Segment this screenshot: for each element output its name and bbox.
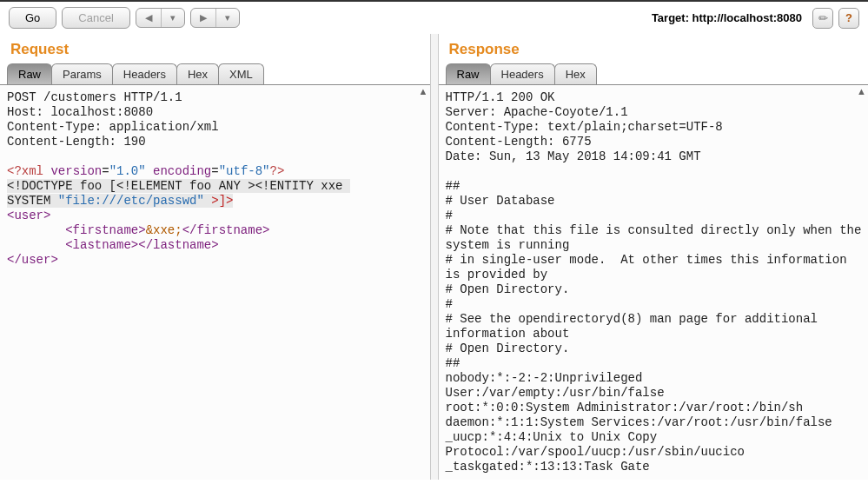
request-panel: Request Raw Params Headers Hex XML ▲ POS… [0,34,430,480]
request-body[interactable]: ▲ POST /customers HTTP/1.1 Host: localho… [0,85,430,480]
back-button[interactable]: ◀ [136,9,161,27]
cancel-button[interactable]: Cancel [62,7,129,29]
target-label: Target: http://localhost:8080 [652,11,807,24]
request-tabs: Raw Params Headers Hex XML [0,63,430,85]
help-button[interactable]: ? [838,8,859,29]
history-back-group: ◀ ▾ [136,8,185,28]
tab-headers[interactable]: Headers [490,63,555,84]
chevron-down-icon: ▾ [170,12,176,23]
toolbar: Go Cancel ◀ ▾ ▶ ▾ Target: http://localho… [0,2,868,34]
response-tabs: Raw Headers Hex [439,63,869,85]
question-icon: ? [845,11,852,24]
scroll-up-icon[interactable]: ▲ [419,87,428,96]
forward-button[interactable]: ▶ [191,9,215,27]
history-fwd-group: ▶ ▾ [190,8,240,28]
chevron-left-icon: ◀ [145,12,152,23]
split-view: Request Raw Params Headers Hex XML ▲ POS… [0,34,868,480]
tab-raw[interactable]: Raw [7,63,52,84]
tab-raw[interactable]: Raw [446,63,491,84]
forward-menu[interactable]: ▾ [215,9,239,27]
tab-hex[interactable]: Hex [554,63,597,84]
chevron-right-icon: ▶ [200,12,207,23]
response-title: Response [439,34,869,63]
tab-xml[interactable]: XML [218,63,264,84]
request-title: Request [0,34,430,63]
back-menu[interactable]: ▾ [161,9,184,27]
go-button[interactable]: Go [9,7,56,29]
response-panel: Response Raw Headers Hex ▲ HTTP/1.1 200 … [439,34,869,480]
tab-headers[interactable]: Headers [112,63,177,84]
scroll-up-icon[interactable]: ▲ [857,87,866,96]
tab-hex[interactable]: Hex [176,63,219,84]
pencil-icon: ✎ [815,10,831,25]
chevron-down-icon: ▾ [225,12,230,23]
response-body[interactable]: ▲ HTTP/1.1 200 OK Server: Apache-Coyote/… [439,85,869,480]
tab-params[interactable]: Params [51,63,113,84]
split-handle[interactable] [430,34,439,480]
edit-target-button[interactable]: ✎ [812,8,833,29]
